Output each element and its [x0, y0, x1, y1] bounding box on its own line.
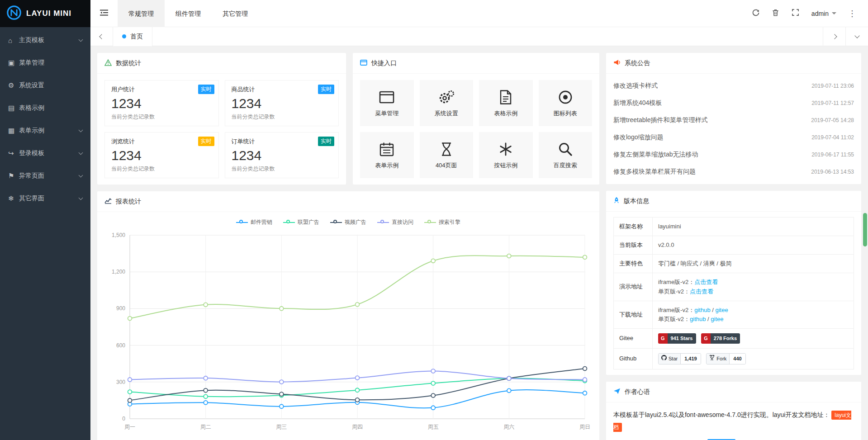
chevron-left-icon [99, 34, 104, 39]
shortcut-菜单管理[interactable]: 菜单管理 [360, 80, 414, 126]
github-star-badge[interactable]: Star 1,419 [658, 353, 701, 364]
stat-desc: 当前分类总记录数 [232, 113, 332, 121]
chart-point [280, 392, 284, 396]
sidebar-item-label: 菜单管理 [19, 59, 44, 67]
chart-point [280, 380, 284, 384]
tabs-scroll-right-button[interactable] [823, 27, 845, 46]
shortcut-404页面[interactable]: 404页面 [420, 132, 474, 178]
stat-value: 1234 [232, 96, 332, 111]
chart-point [507, 376, 511, 380]
shortcut-表格示例[interactable]: 表格示例 [479, 80, 533, 126]
card-report: 报表统计 邮件营销联盟广告视频广告直接访问搜索引擎 03006009001,20… [97, 191, 599, 440]
tabs-scroll-left-button[interactable] [90, 27, 113, 46]
announcement-text: 修改logo缩放问题 [613, 133, 663, 142]
header-tab-1[interactable]: 组件管理 [165, 0, 212, 27]
legend-item-视频广告[interactable]: 视频广告 [330, 218, 366, 226]
announcement-item[interactable]: 新增treetable插件和菜单管理样式2019-07-05 14:28 [613, 112, 854, 129]
tabs-menu-button[interactable] [845, 27, 868, 46]
sidebar-item-other[interactable]: ❄其它界面 [0, 187, 90, 210]
version-download: iframe版-v2：github / gitee 单页版-v2：github … [653, 301, 854, 328]
x-tick-label: 周二 [200, 424, 211, 430]
announcement-item[interactable]: 修复多模块菜单栏展开有问题2019-06-13 14:53 [613, 163, 854, 180]
login-icon: ↪ [8, 149, 19, 157]
shortcut-百度搜索[interactable]: 百度搜索 [539, 132, 593, 178]
chart-point [128, 317, 132, 321]
announcement-text: 修改选项卡样式 [613, 82, 658, 90]
dl-onepage-gitee-link[interactable]: gitee [711, 316, 723, 322]
sidebar-item-settings[interactable]: ⚙系统设置 [0, 74, 90, 97]
sidebar-item-form[interactable]: ▦表单示例 [0, 119, 90, 142]
demo-onepage-link[interactable]: 点击查看 [690, 288, 713, 295]
shortcut-label: 表单示例 [375, 161, 398, 170]
sidebar-item-label: 表格示例 [19, 104, 44, 112]
shortcut-系统设置[interactable]: 系统设置 [420, 80, 474, 126]
legend-label: 视频广告 [345, 218, 366, 226]
chart-legend: 邮件营销联盟广告视频广告直接访问搜索引擎 [104, 218, 593, 226]
user-dropdown[interactable]: admin [807, 10, 841, 17]
dl-onepage-github-link[interactable]: github [690, 316, 706, 322]
legend-item-联盟广告[interactable]: 联盟广告 [283, 218, 319, 226]
refresh-button[interactable] [747, 5, 764, 22]
logo-icon [6, 5, 22, 22]
sidebar-item-menu[interactable]: ▣菜单管理 [0, 52, 90, 74]
github-fork-badge[interactable]: Fork 440 [706, 353, 745, 364]
demo-iframe-link[interactable]: 点击查看 [694, 279, 718, 285]
x-tick-label: 周日 [579, 424, 590, 430]
shortcut-图标列表[interactable]: 图标列表 [539, 80, 593, 126]
sidebar-item-label: 系统设置 [19, 81, 44, 90]
dl-iframe-gitee-link[interactable]: gitee [715, 307, 728, 313]
stat-label: 商品统计 [232, 85, 332, 94]
sidebar-item-table[interactable]: ▤表格示例 [0, 97, 90, 119]
version-feature: 零门槛 / 响应式 / 清爽 / 极简 [653, 255, 854, 273]
version-demo: iframe版-v2：点击查看 单页版-v2：点击查看 [653, 273, 854, 301]
chart-point [128, 390, 132, 394]
stat-desc: 当前分类总记录数 [232, 165, 332, 173]
sidebar-item-home[interactable]: ⌂主页模板 [0, 29, 90, 52]
logo[interactable]: LAYUI MINI [0, 0, 90, 27]
tab-home[interactable]: 首页 [113, 27, 152, 46]
sidebar-item-error[interactable]: ⚑异常页面 [0, 165, 90, 187]
more-menu-button[interactable]: ⋮ [844, 5, 861, 22]
page-tabbar: 首页 [90, 27, 868, 46]
file-icon [499, 89, 512, 105]
chart-point [356, 388, 360, 392]
chart-point [356, 398, 360, 402]
sidebar-item-login[interactable]: ↪登录模板 [0, 142, 90, 165]
legend-item-直接访问[interactable]: 直接访问 [377, 218, 413, 226]
chart-point [128, 378, 132, 382]
circle-dot-icon [558, 89, 573, 105]
scrollbar-thumb[interactable] [863, 213, 867, 246]
version-gitee: G941 Stars G278 Forks [653, 328, 854, 348]
header-tab-2[interactable]: 其它管理 [212, 0, 259, 27]
announcement-item[interactable]: 修改选项卡样式2019-07-11 23:06 [613, 77, 854, 95]
stat-value: 1234 [111, 148, 212, 163]
announcement-date: 2019-07-05 14:28 [811, 117, 854, 123]
announcement-item[interactable]: 修改logo缩放问题2019-07-04 11:02 [613, 129, 854, 146]
version-table: 框架名称 layuimini 当前版本 v2.0.0 主要特色 零门槛 / 响应… [613, 217, 854, 369]
github-fork-count: 440 [730, 354, 745, 364]
main-area: 常规管理组件管理其它管理 ad [90, 0, 868, 440]
legend-item-搜索引擎[interactable]: 搜索引擎 [424, 218, 460, 226]
announcement-text: 新增treetable插件和菜单管理样式 [613, 116, 707, 124]
topbar: 常规管理组件管理其它管理 ad [90, 0, 868, 27]
x-tick-label: 周四 [352, 424, 363, 430]
shortcut-按钮示例[interactable]: 按钮示例 [479, 132, 533, 178]
announcement-item[interactable]: 修复左侧菜单缩放tab无法移动2019-06-17 11:55 [613, 146, 854, 163]
gitee-forks-badge[interactable]: G278 Forks [701, 333, 740, 344]
version-row-label: 演示地址 [614, 273, 653, 301]
logo-text: LAYUI MINI [26, 9, 71, 18]
header-tab-0[interactable]: 常规管理 [118, 0, 165, 27]
dl-iframe-github-link[interactable]: github [694, 307, 710, 313]
y-tick-label: 1,200 [112, 269, 125, 275]
version-row-label: Github [614, 349, 653, 369]
announcement-item[interactable]: 新增系统404模板2019-07-11 12:57 [613, 95, 854, 112]
gitee-stars-badge[interactable]: G941 Stars [658, 333, 696, 344]
clear-cache-button[interactable] [767, 5, 784, 22]
github-fork-label: Fork [716, 355, 726, 363]
collapse-sidebar-button[interactable] [90, 0, 118, 27]
shortcut-表单示例[interactable]: 表单示例 [360, 132, 414, 178]
fullscreen-button[interactable] [787, 5, 804, 22]
dl-separator: / [706, 316, 711, 322]
legend-item-邮件营销[interactable]: 邮件营销 [236, 218, 272, 226]
caret-down-icon [832, 12, 836, 14]
